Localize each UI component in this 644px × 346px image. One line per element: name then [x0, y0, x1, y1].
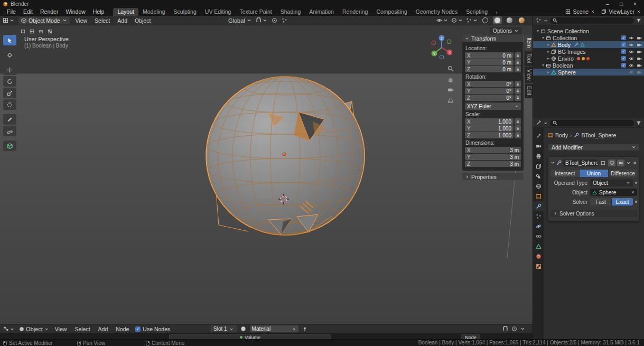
- close-icon[interactable]: [632, 161, 637, 165]
- snapping-icon[interactable]: [502, 326, 508, 332]
- properties-tab-physics[interactable]: [533, 221, 544, 231]
- perspective-toggle-icon[interactable]: [446, 96, 455, 105]
- camera-visibility-icon[interactable]: [637, 35, 642, 41]
- use-nodes-toggle[interactable]: ✓ Use Nodes: [135, 326, 170, 332]
- pan-hand-icon[interactable]: [446, 75, 455, 83]
- dimensions-y-field[interactable]: Y3 m: [465, 154, 521, 160]
- gizmo-negx-ball[interactable]: [432, 41, 436, 45]
- lock-icon[interactable]: [515, 52, 521, 59]
- transform-orientation-dropdown[interactable]: Global: [228, 17, 251, 24]
- render-display-toggle[interactable]: [617, 160, 624, 166]
- eye-icon[interactable]: [629, 56, 634, 61]
- gizmos-dropdown[interactable]: [451, 17, 463, 23]
- shading-material-button[interactable]: [505, 16, 514, 24]
- properties-tab-material[interactable]: [533, 251, 544, 261]
- n-tab-item[interactable]: Item: [525, 35, 533, 50]
- location-z-field[interactable]: Z0 m: [465, 66, 514, 72]
- camera-visibility-icon[interactable]: [637, 49, 642, 54]
- properties-tab-world[interactable]: [533, 181, 544, 191]
- transform-tool-button[interactable]: [3, 99, 16, 110]
- breadcrumb-modifier[interactable]: BTool_Sphere: [581, 132, 616, 138]
- menu-render[interactable]: Render: [36, 8, 62, 15]
- n-tab-view[interactable]: View: [525, 67, 533, 83]
- workspace-tab-rendering[interactable]: Rendering: [338, 8, 372, 16]
- outliner-search-input[interactable]: [550, 17, 634, 24]
- pivot-point-icon[interactable]: [282, 17, 287, 23]
- properties-tab-particles[interactable]: [533, 211, 544, 221]
- proportional-editing-icon[interactable]: [272, 17, 277, 23]
- select-mode-new-icon[interactable]: [19, 27, 27, 35]
- chevron-down-icon[interactable]: [550, 161, 555, 165]
- viewport-menu-view[interactable]: View: [74, 17, 89, 24]
- expander-icon[interactable]: ▾: [540, 35, 546, 40]
- solver-fast-button[interactable]: Fast: [590, 198, 611, 205]
- dimensions-x-field[interactable]: X3 m: [465, 147, 521, 153]
- chevron-down-icon[interactable]: [520, 326, 525, 331]
- close-button[interactable]: ×: [628, 1, 642, 7]
- properties-tab-scene[interactable]: [533, 171, 544, 181]
- expander-icon[interactable]: ▸: [546, 56, 551, 61]
- modifier-name-field[interactable]: BTool_Sphere: [563, 160, 598, 166]
- outliner-item-label[interactable]: Sphere: [558, 69, 576, 76]
- rotation-z-field[interactable]: Z0°: [465, 95, 514, 101]
- editmode-display-toggle[interactable]: [599, 160, 606, 166]
- shading-wireframe-button[interactable]: [481, 16, 490, 24]
- mode-dropdown[interactable]: Object Mode: [18, 17, 70, 24]
- properties-tab-output[interactable]: [533, 151, 544, 161]
- outliner-row-collection[interactable]: ▾ Collection ✓: [533, 34, 644, 41]
- shader-menu-select[interactable]: Select: [73, 326, 91, 332]
- eye-icon[interactable]: [629, 35, 634, 41]
- add-modifier-button[interactable]: Add Modifier: [548, 143, 640, 151]
- overlays-icon[interactable]: [511, 326, 517, 332]
- snap-toggle[interactable]: [256, 17, 267, 23]
- checkbox-icon[interactable]: ✓: [621, 42, 626, 47]
- realtime-display-toggle[interactable]: [608, 160, 615, 166]
- scale-z-field[interactable]: Z1.000: [465, 132, 514, 138]
- minimize-button[interactable]: –: [601, 1, 614, 7]
- checkbox-icon[interactable]: ✓: [621, 35, 626, 40]
- shading-solid-button[interactable]: [493, 16, 502, 24]
- lock-icon[interactable]: [515, 81, 521, 87]
- camera-view-icon[interactable]: [446, 86, 455, 94]
- outliner-item-label[interactable]: Boolean: [553, 62, 573, 69]
- outliner-editor-icon[interactable]: [536, 17, 542, 23]
- union-button[interactable]: Union: [580, 170, 608, 177]
- properties-search-input[interactable]: [550, 120, 634, 126]
- camera-visibility-icon[interactable]: [637, 70, 642, 75]
- viewport-3d[interactable]: User Perspective (1) Boolean | Body Opti…: [0, 25, 533, 324]
- lock-icon[interactable]: [515, 88, 521, 94]
- scale-y-field[interactable]: Y1.000: [465, 125, 514, 132]
- shading-rendered-button[interactable]: [517, 16, 526, 24]
- solver-exact-button[interactable]: Exact: [612, 198, 633, 205]
- outliner-item-label[interactable]: Scene Collection: [547, 28, 589, 34]
- location-x-field[interactable]: X0 m: [465, 52, 514, 59]
- select-mode-subtract-icon[interactable]: [37, 27, 45, 35]
- workspace-tab-geometrynodes[interactable]: Geometry Nodes: [412, 8, 462, 16]
- workspace-tab-shading[interactable]: Shading: [276, 8, 305, 16]
- scale-x-field[interactable]: X1.000: [465, 118, 514, 125]
- lock-icon[interactable]: [515, 66, 521, 72]
- workspace-tab-modeling[interactable]: Modeling: [138, 8, 170, 16]
- workspace-tab-compositing[interactable]: Compositing: [372, 8, 411, 16]
- checkbox-icon[interactable]: ✓: [621, 49, 626, 54]
- outliner-item-label[interactable]: Body: [558, 42, 571, 48]
- viewport-menu-object[interactable]: Object: [133, 17, 152, 24]
- dimensions-z-field[interactable]: Z3 m: [465, 161, 521, 167]
- expander-icon[interactable]: ▾: [535, 29, 540, 33]
- viewport-menu-add[interactable]: Add: [116, 17, 129, 24]
- menu-file[interactable]: File: [3, 8, 20, 15]
- shader-editor-type-button[interactable]: [3, 326, 14, 332]
- rotation-mode-dropdown[interactable]: XYZ Euler: [465, 102, 521, 110]
- gizmo-negy-ball[interactable]: [447, 40, 451, 44]
- expander-icon[interactable]: ▾: [540, 63, 546, 68]
- navigation-gizmo[interactable]: Z X Y: [426, 32, 458, 63]
- gizmo-negz-ball[interactable]: [440, 55, 444, 59]
- filter-icon[interactable]: [636, 18, 641, 23]
- lock-icon[interactable]: [515, 118, 521, 125]
- maximize-button[interactable]: □: [614, 1, 628, 7]
- difference-button[interactable]: Difference: [609, 170, 637, 177]
- workspace-tab-sculpting[interactable]: Sculpting: [170, 8, 201, 16]
- rotate-tool-button[interactable]: [3, 76, 16, 87]
- outliner-row-sphere[interactable]: ▸ Sphere: [533, 69, 644, 76]
- shader-sidebar-tab[interactable]: Node: [461, 334, 480, 339]
